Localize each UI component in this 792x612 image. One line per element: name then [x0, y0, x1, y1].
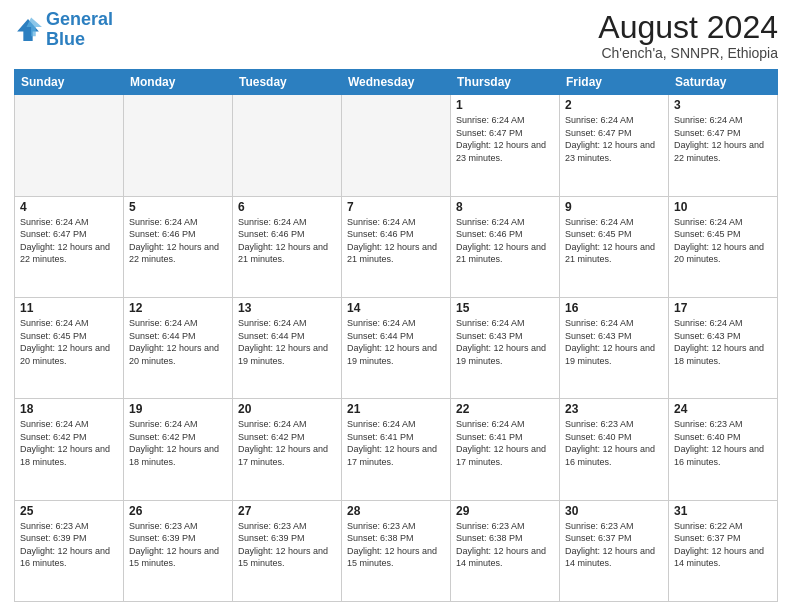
- logo-line2: Blue: [46, 29, 85, 49]
- day-number: 16: [565, 301, 663, 315]
- day-info: Sunrise: 6:23 AM Sunset: 6:38 PM Dayligh…: [347, 520, 445, 570]
- day-number: 1: [456, 98, 554, 112]
- calendar-day-cell: [342, 95, 451, 196]
- calendar-day-header: Saturday: [669, 70, 778, 95]
- day-number: 5: [129, 200, 227, 214]
- calendar-day-cell: 30Sunrise: 6:23 AM Sunset: 6:37 PM Dayli…: [560, 500, 669, 601]
- logo: General Blue: [14, 10, 113, 50]
- calendar-day-cell: 16Sunrise: 6:24 AM Sunset: 6:43 PM Dayli…: [560, 297, 669, 398]
- calendar-day-cell: 5Sunrise: 6:24 AM Sunset: 6:46 PM Daylig…: [124, 196, 233, 297]
- day-info: Sunrise: 6:23 AM Sunset: 6:39 PM Dayligh…: [238, 520, 336, 570]
- calendar-day-cell: 2Sunrise: 6:24 AM Sunset: 6:47 PM Daylig…: [560, 95, 669, 196]
- calendar-week-row: 25Sunrise: 6:23 AM Sunset: 6:39 PM Dayli…: [15, 500, 778, 601]
- logo-text: General Blue: [46, 10, 113, 50]
- subtitle: Ch'ench'a, SNNPR, Ethiopia: [598, 45, 778, 61]
- calendar-day-cell: 10Sunrise: 6:24 AM Sunset: 6:45 PM Dayli…: [669, 196, 778, 297]
- calendar-header-row: SundayMondayTuesdayWednesdayThursdayFrid…: [15, 70, 778, 95]
- calendar-table: SundayMondayTuesdayWednesdayThursdayFrid…: [14, 69, 778, 602]
- day-number: 13: [238, 301, 336, 315]
- calendar-day-header: Thursday: [451, 70, 560, 95]
- calendar-day-cell: 8Sunrise: 6:24 AM Sunset: 6:46 PM Daylig…: [451, 196, 560, 297]
- day-number: 2: [565, 98, 663, 112]
- day-info: Sunrise: 6:24 AM Sunset: 6:46 PM Dayligh…: [238, 216, 336, 266]
- calendar-week-row: 18Sunrise: 6:24 AM Sunset: 6:42 PM Dayli…: [15, 399, 778, 500]
- calendar-day-cell: 9Sunrise: 6:24 AM Sunset: 6:45 PM Daylig…: [560, 196, 669, 297]
- day-number: 24: [674, 402, 772, 416]
- day-number: 30: [565, 504, 663, 518]
- calendar-day-header: Wednesday: [342, 70, 451, 95]
- day-info: Sunrise: 6:23 AM Sunset: 6:38 PM Dayligh…: [456, 520, 554, 570]
- day-info: Sunrise: 6:24 AM Sunset: 6:42 PM Dayligh…: [238, 418, 336, 468]
- day-number: 12: [129, 301, 227, 315]
- calendar-day-cell: [124, 95, 233, 196]
- day-info: Sunrise: 6:23 AM Sunset: 6:40 PM Dayligh…: [565, 418, 663, 468]
- day-info: Sunrise: 6:24 AM Sunset: 6:47 PM Dayligh…: [674, 114, 772, 164]
- day-number: 22: [456, 402, 554, 416]
- calendar-day-cell: 29Sunrise: 6:23 AM Sunset: 6:38 PM Dayli…: [451, 500, 560, 601]
- calendar-day-cell: [233, 95, 342, 196]
- day-info: Sunrise: 6:24 AM Sunset: 6:43 PM Dayligh…: [674, 317, 772, 367]
- main-title: August 2024: [598, 10, 778, 45]
- day-info: Sunrise: 6:24 AM Sunset: 6:45 PM Dayligh…: [565, 216, 663, 266]
- day-info: Sunrise: 6:24 AM Sunset: 6:46 PM Dayligh…: [347, 216, 445, 266]
- day-number: 28: [347, 504, 445, 518]
- calendar-day-header: Sunday: [15, 70, 124, 95]
- title-block: August 2024 Ch'ench'a, SNNPR, Ethiopia: [598, 10, 778, 61]
- calendar-day-cell: 18Sunrise: 6:24 AM Sunset: 6:42 PM Dayli…: [15, 399, 124, 500]
- day-number: 23: [565, 402, 663, 416]
- day-info: Sunrise: 6:24 AM Sunset: 6:41 PM Dayligh…: [347, 418, 445, 468]
- calendar-day-cell: 21Sunrise: 6:24 AM Sunset: 6:41 PM Dayli…: [342, 399, 451, 500]
- day-info: Sunrise: 6:23 AM Sunset: 6:37 PM Dayligh…: [565, 520, 663, 570]
- calendar-day-header: Friday: [560, 70, 669, 95]
- calendar-day-cell: 27Sunrise: 6:23 AM Sunset: 6:39 PM Dayli…: [233, 500, 342, 601]
- day-number: 3: [674, 98, 772, 112]
- day-info: Sunrise: 6:24 AM Sunset: 6:47 PM Dayligh…: [456, 114, 554, 164]
- day-number: 11: [20, 301, 118, 315]
- day-info: Sunrise: 6:24 AM Sunset: 6:44 PM Dayligh…: [347, 317, 445, 367]
- day-info: Sunrise: 6:24 AM Sunset: 6:43 PM Dayligh…: [565, 317, 663, 367]
- day-number: 15: [456, 301, 554, 315]
- calendar-day-cell: 19Sunrise: 6:24 AM Sunset: 6:42 PM Dayli…: [124, 399, 233, 500]
- day-number: 27: [238, 504, 336, 518]
- calendar-week-row: 11Sunrise: 6:24 AM Sunset: 6:45 PM Dayli…: [15, 297, 778, 398]
- day-number: 31: [674, 504, 772, 518]
- day-number: 8: [456, 200, 554, 214]
- calendar-day-cell: [15, 95, 124, 196]
- calendar-day-cell: 13Sunrise: 6:24 AM Sunset: 6:44 PM Dayli…: [233, 297, 342, 398]
- day-info: Sunrise: 6:22 AM Sunset: 6:37 PM Dayligh…: [674, 520, 772, 570]
- day-info: Sunrise: 6:23 AM Sunset: 6:40 PM Dayligh…: [674, 418, 772, 468]
- day-info: Sunrise: 6:24 AM Sunset: 6:41 PM Dayligh…: [456, 418, 554, 468]
- day-number: 25: [20, 504, 118, 518]
- day-info: Sunrise: 6:24 AM Sunset: 6:45 PM Dayligh…: [20, 317, 118, 367]
- calendar-day-cell: 6Sunrise: 6:24 AM Sunset: 6:46 PM Daylig…: [233, 196, 342, 297]
- calendar-day-cell: 3Sunrise: 6:24 AM Sunset: 6:47 PM Daylig…: [669, 95, 778, 196]
- day-info: Sunrise: 6:23 AM Sunset: 6:39 PM Dayligh…: [20, 520, 118, 570]
- day-number: 9: [565, 200, 663, 214]
- calendar-day-cell: 22Sunrise: 6:24 AM Sunset: 6:41 PM Dayli…: [451, 399, 560, 500]
- calendar-day-header: Tuesday: [233, 70, 342, 95]
- calendar-day-cell: 24Sunrise: 6:23 AM Sunset: 6:40 PM Dayli…: [669, 399, 778, 500]
- calendar-week-row: 4Sunrise: 6:24 AM Sunset: 6:47 PM Daylig…: [15, 196, 778, 297]
- calendar-day-cell: 26Sunrise: 6:23 AM Sunset: 6:39 PM Dayli…: [124, 500, 233, 601]
- day-info: Sunrise: 6:24 AM Sunset: 6:46 PM Dayligh…: [129, 216, 227, 266]
- day-number: 18: [20, 402, 118, 416]
- calendar-day-header: Monday: [124, 70, 233, 95]
- day-number: 10: [674, 200, 772, 214]
- day-info: Sunrise: 6:24 AM Sunset: 6:44 PM Dayligh…: [238, 317, 336, 367]
- calendar-day-cell: 11Sunrise: 6:24 AM Sunset: 6:45 PM Dayli…: [15, 297, 124, 398]
- day-number: 21: [347, 402, 445, 416]
- calendar-day-cell: 20Sunrise: 6:24 AM Sunset: 6:42 PM Dayli…: [233, 399, 342, 500]
- calendar-day-cell: 4Sunrise: 6:24 AM Sunset: 6:47 PM Daylig…: [15, 196, 124, 297]
- calendar-day-cell: 23Sunrise: 6:23 AM Sunset: 6:40 PM Dayli…: [560, 399, 669, 500]
- day-number: 7: [347, 200, 445, 214]
- page: General Blue August 2024 Ch'ench'a, SNNP…: [0, 0, 792, 612]
- calendar-day-cell: 1Sunrise: 6:24 AM Sunset: 6:47 PM Daylig…: [451, 95, 560, 196]
- day-number: 29: [456, 504, 554, 518]
- day-number: 20: [238, 402, 336, 416]
- header: General Blue August 2024 Ch'ench'a, SNNP…: [14, 10, 778, 61]
- calendar-day-cell: 12Sunrise: 6:24 AM Sunset: 6:44 PM Dayli…: [124, 297, 233, 398]
- day-info: Sunrise: 6:24 AM Sunset: 6:43 PM Dayligh…: [456, 317, 554, 367]
- calendar-day-cell: 31Sunrise: 6:22 AM Sunset: 6:37 PM Dayli…: [669, 500, 778, 601]
- logo-line1: General: [46, 9, 113, 29]
- logo-icon: [14, 16, 42, 44]
